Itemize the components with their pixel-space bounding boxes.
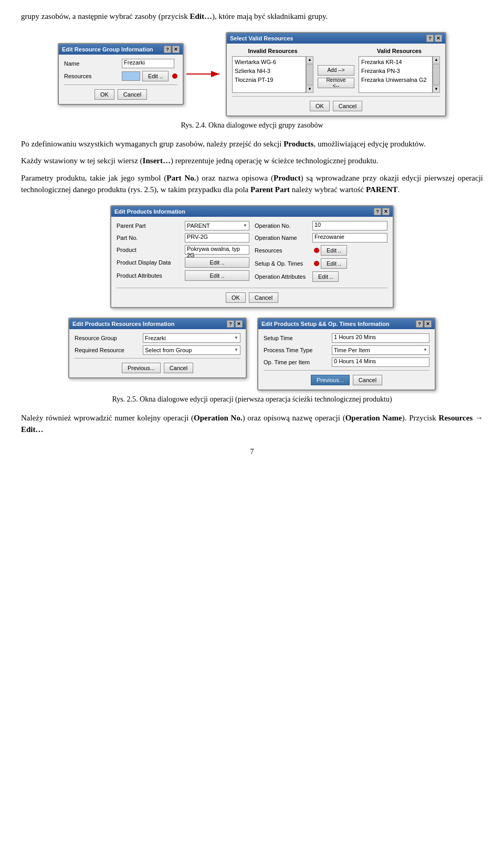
dialog1-name-input[interactable]: Frezarki bbox=[122, 59, 174, 68]
dialog2-close-btn[interactable]: ✕ bbox=[435, 35, 442, 42]
mid-buttons: Add --> Remove <-- bbox=[318, 48, 354, 93]
resources-red-dot bbox=[314, 248, 319, 253]
dialog1-name-row: Name Frezarki bbox=[64, 59, 177, 68]
invalid-item-0: Wiertarka WG-6 bbox=[234, 58, 304, 67]
dialog3-opname-label: Operation Name bbox=[255, 235, 312, 241]
dialog3-opno-input[interactable]: 10 bbox=[312, 221, 387, 230]
dialog2-help-btn[interactable]: ? bbox=[426, 35, 434, 42]
dialog3-cancel-btn[interactable]: Cancel bbox=[249, 292, 278, 303]
dialog5-title-buttons: ? ✕ bbox=[416, 320, 432, 328]
dialog3-title: Edit Products Information bbox=[114, 208, 185, 215]
dialog3-display-label: Product Display Data bbox=[117, 259, 185, 266]
dialog5-close-btn[interactable]: ✕ bbox=[424, 320, 432, 328]
dialog3-display-row: Product Display Data Edit .. bbox=[117, 257, 249, 268]
valid-panel: Valid Resources Frezarka KR-14 Frezanka … bbox=[359, 48, 440, 93]
dialog4-body: Resource Group Frezarki ▼ Required Resou… bbox=[69, 329, 246, 377]
dialog3-two-col: Parent Part PARENT ▼ Part No. PRV-2G Pro… bbox=[117, 221, 387, 285]
valid-scroll-down[interactable]: ▼ bbox=[433, 86, 440, 93]
setup-red-dot bbox=[314, 261, 319, 266]
bold-resources-edit: Resources → Edit… bbox=[21, 414, 483, 434]
dialog3-setup-edit-btn[interactable]: Edit .. bbox=[321, 258, 347, 269]
dialog3-title-buttons: ? ✕ bbox=[374, 208, 390, 215]
bold-parentpart: Parent Part bbox=[250, 185, 290, 194]
bold-edit: Edit… bbox=[190, 12, 212, 20]
dialog1-cancel-btn[interactable]: Cancel bbox=[118, 89, 147, 100]
dialog3-close-btn[interactable]: ✕ bbox=[382, 208, 390, 215]
dialog3-opno-label: Operation No. bbox=[255, 223, 312, 229]
bold-partno: Part No. bbox=[166, 174, 196, 182]
dialog3-product-label: Product bbox=[117, 247, 185, 253]
dialog3-help-btn[interactable]: ? bbox=[374, 208, 381, 215]
dialog3-product-input[interactable]: Pokrywa owalna, typ 2G bbox=[185, 245, 249, 255]
dialog3-resources-edit-btn[interactable]: Edit .. bbox=[321, 245, 347, 256]
dialog5-optime-input[interactable]: 0 Hours 14 Mins bbox=[332, 357, 429, 367]
dialog4-help-btn[interactable]: ? bbox=[227, 320, 234, 328]
dialog3-attributes-label: Product Attributes bbox=[117, 272, 185, 279]
dialog2-panels: Invalid Resources Wiertarka WG-6 Szlierk… bbox=[232, 48, 440, 93]
dialog5-process-select[interactable]: Time Per Item ▼ bbox=[332, 345, 429, 355]
dialog3-attributes-row: Product Attributes Edit .. bbox=[117, 270, 249, 281]
dialog2-cancel-btn[interactable]: Cancel bbox=[333, 101, 362, 111]
valid-scroll-up[interactable]: ▲ bbox=[433, 56, 440, 64]
dialog4-title: Edit Products Resources Information bbox=[72, 321, 174, 327]
dialog1-btn-row: OK Cancel bbox=[64, 89, 177, 100]
dialog4-close-btn[interactable]: ✕ bbox=[235, 320, 243, 328]
paragraph-3: Każdy wstawiony w tej sekcji wiersz (Ins… bbox=[21, 155, 483, 167]
dialog1-edit-btn[interactable]: Edit .. bbox=[142, 71, 169, 81]
dialog3-resources-row: Resources Edit .. bbox=[255, 245, 387, 256]
invalid-item-1: Szlierka NH-3 bbox=[234, 67, 304, 76]
dialog3-partno-input[interactable]: PRV-2G bbox=[185, 233, 249, 243]
invalid-scrollbar: ▲ ▼ bbox=[306, 56, 313, 93]
dialog4-previous-btn[interactable]: Previous... bbox=[122, 363, 161, 373]
invalid-scroll-track bbox=[306, 64, 313, 85]
invalid-list[interactable]: Wiertarka WG-6 Szlierka NH-3 Tłocznia PT… bbox=[232, 56, 306, 93]
dialog5-previous-btn[interactable]: Previous... bbox=[311, 375, 350, 385]
dialog3-ok-btn[interactable]: OK bbox=[226, 292, 246, 303]
invalid-title: Invalid Resources bbox=[232, 48, 313, 54]
dialog3-resources-label: Resources bbox=[255, 247, 312, 254]
dialog2-ok-btn[interactable]: OK bbox=[310, 101, 330, 111]
dialog4-required-label: Required Resource bbox=[75, 347, 143, 353]
invalid-item-2: Tłocznia PT-19 bbox=[234, 76, 304, 85]
dialog3-display-edit-btn[interactable]: Edit .. bbox=[185, 257, 249, 268]
dialog1-help-btn[interactable]: ? bbox=[164, 46, 171, 53]
dialog4-cancel-btn[interactable]: Cancel bbox=[164, 363, 193, 373]
dialog5-help-btn[interactable]: ? bbox=[416, 320, 423, 328]
dialog3-parentpart-select[interactable]: PARENT ▼ bbox=[185, 221, 249, 230]
page-number: 7 bbox=[21, 446, 483, 457]
add-btn[interactable]: Add --> bbox=[318, 65, 354, 76]
dialog4-required-select[interactable]: Select from Group ▼ bbox=[143, 345, 240, 355]
invalid-scroll-up[interactable]: ▲ bbox=[306, 56, 313, 64]
dialog-select-valid-resources: Select Valid Resources ? ✕ Invalid Resou… bbox=[226, 32, 446, 117]
invalid-scroll-down[interactable]: ▼ bbox=[306, 86, 313, 93]
dialog3-titlebar: Edit Products Information ? ✕ bbox=[111, 206, 393, 217]
diagram-top: Edit Resource Group Information ? ✕ Name… bbox=[21, 32, 483, 117]
dialog4-resgroup-select[interactable]: Frezarki ▼ bbox=[143, 333, 240, 343]
dialog5-cancel-btn[interactable]: Cancel bbox=[353, 375, 382, 385]
dialog3-setup-row: Setup & Op. Times Edit .. bbox=[255, 258, 387, 269]
dialog1-title: Edit Resource Group Information bbox=[62, 46, 153, 52]
remove-btn[interactable]: Remove <-- bbox=[318, 78, 354, 88]
dialog4-required-row: Required Resource Select from Group ▼ bbox=[75, 345, 240, 355]
valid-item-2: Frezarka Uniwersalna G2 bbox=[360, 76, 431, 85]
dialog3-opname-input[interactable]: Frezowanie bbox=[312, 233, 387, 243]
dialog1-ok-btn[interactable]: OK bbox=[94, 89, 114, 100]
dialog5-process-row: Process Time Type Time Per Item ▼ bbox=[264, 345, 429, 355]
dialog-edit-setup: Edit Products Setup && Op. Times Informa… bbox=[257, 318, 436, 391]
dialog5-setup-input[interactable]: 1 Hours 20 Mins bbox=[332, 333, 429, 343]
dialog1-resources-row: Resources Edit .. bbox=[64, 71, 177, 81]
dialog3-right-col: Operation No. 10 Operation Name Frezowan… bbox=[255, 221, 387, 285]
dialog1-resources-input[interactable] bbox=[122, 71, 140, 81]
dialog1-red-indicator bbox=[172, 73, 177, 79]
dialog3-opattr-edit-btn[interactable]: Edit .. bbox=[312, 271, 339, 282]
valid-list[interactable]: Frezarka KR-14 Frezanka PN-3 Frezarka Un… bbox=[359, 56, 433, 93]
dialog1-body: Name Frezarki Resources Edit .. OK Cance… bbox=[59, 55, 183, 104]
dialog3-attributes-edit-btn[interactable]: Edit .. bbox=[185, 270, 249, 281]
dialog1-resources-label: Resources bbox=[64, 73, 122, 79]
dialog1-name-label: Name bbox=[64, 60, 122, 67]
dialog2-title: Select Valid Resources bbox=[230, 35, 293, 41]
dialog1-close-btn[interactable]: ✕ bbox=[172, 46, 180, 53]
caption-1: Rys. 2.4. Okna dialogowe edycji grupy za… bbox=[21, 120, 483, 131]
dialog3-opattr-row: Operation Attributes Edit .. bbox=[255, 271, 387, 282]
caption-2: Rys. 2.5. Okna dialogowe edycji operacji… bbox=[21, 394, 483, 405]
